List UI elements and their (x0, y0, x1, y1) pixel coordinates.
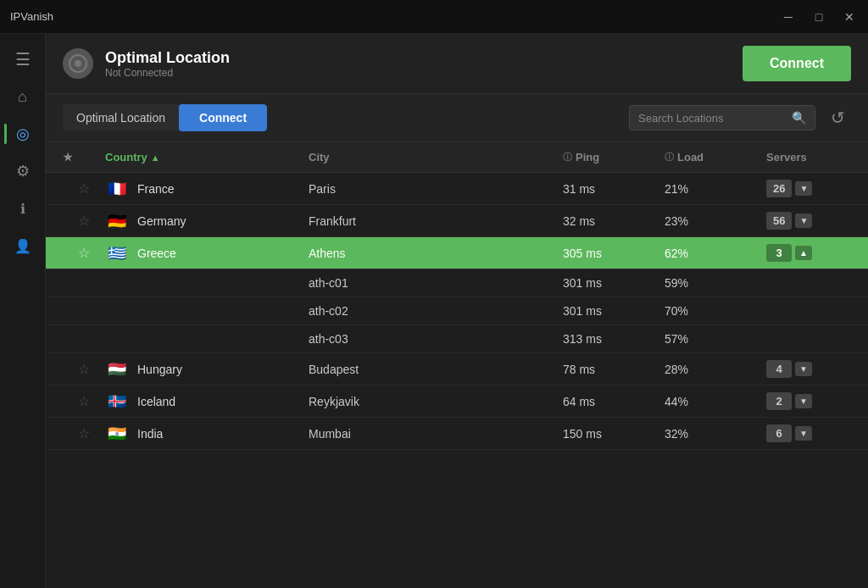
flag-germany: 🇩🇪 (105, 213, 129, 230)
main-content: Optimal Location Not Connected Connect O… (46, 34, 868, 588)
servers-cell: 6 ▼ (766, 424, 851, 442)
server-count: 6 (766, 424, 792, 442)
load-cell: 21% (665, 182, 766, 196)
header-left: Optimal Location Not Connected (63, 48, 230, 79)
star-cell: ☆ (63, 213, 105, 229)
star-cell: ☆ (63, 245, 105, 261)
refresh-button[interactable]: ↺ (824, 104, 851, 131)
server-count: 26 (766, 180, 792, 197)
header-info: Optimal Location Not Connected (105, 49, 230, 79)
country-cell: 🇭🇺 Hungary (105, 361, 309, 378)
servers-cell: 4 ▼ (766, 360, 851, 378)
load-cell: 70% (665, 304, 766, 318)
minimize-button[interactable]: ─ (780, 8, 797, 25)
favorite-button[interactable]: ☆ (78, 425, 90, 441)
favorite-button[interactable]: ☆ (78, 361, 90, 377)
sidebar-item-account[interactable]: 👤 (6, 229, 40, 263)
country-name: Greece (137, 247, 176, 260)
table-row[interactable]: ☆ 🇫🇷 France Paris 31 ms 21% 26 ▼ (46, 173, 868, 205)
th-load: ⓘ Load (665, 151, 766, 164)
expand-button[interactable]: ▼ (795, 181, 812, 196)
table-row[interactable]: ☆ 🇭🇺 Hungary Budapest 78 ms 28% 4 ▼ (46, 353, 868, 386)
load-cell: 32% (665, 427, 766, 441)
servers-cell: 56 ▼ (766, 212, 851, 230)
favorite-button[interactable]: ☆ (78, 245, 90, 261)
country-name: Germany (137, 214, 186, 228)
favorite-button[interactable]: ☆ (78, 180, 90, 197)
table-row-sub[interactable]: ath-c03 313 ms 57% (46, 325, 868, 353)
server-count: 3 (766, 244, 792, 262)
sidebar-item-settings[interactable]: ⚙ (6, 154, 40, 188)
table-row[interactable]: ☆ 🇩🇪 Germany Frankfurt 32 ms 23% 56 ▼ (46, 205, 868, 237)
expand-button[interactable]: ▼ (795, 362, 812, 376)
table-row[interactable]: ☆ 🇮🇸 Iceland Reykjavik 64 ms 44% 2 ▼ (46, 386, 868, 418)
city-cell: Athens (309, 247, 563, 260)
sidebar-item-home[interactable]: ⌂ (6, 80, 40, 114)
close-button[interactable]: ✕ (841, 8, 858, 25)
country-name: India (137, 427, 163, 441)
city-cell: Mumbai (309, 427, 563, 441)
flag-india: 🇮🇳 (105, 425, 129, 442)
country-name: France (137, 182, 175, 196)
sidebar: ☰ ⌂ ◎ ⚙ ℹ 👤 (0, 34, 46, 588)
country-cell: 🇩🇪 Germany (105, 213, 309, 230)
load-info-icon: ⓘ (665, 151, 674, 164)
table-row-sub[interactable]: ath-c02 301 ms 70% (46, 297, 868, 325)
app-title: IPVanish (10, 10, 53, 23)
header-connect-button[interactable]: Connect (743, 46, 851, 81)
favorite-button[interactable]: ☆ (78, 393, 90, 409)
expand-button[interactable]: ▼ (795, 394, 812, 408)
maximize-button[interactable]: □ (810, 8, 827, 25)
server-count: 4 (766, 360, 792, 378)
sidebar-item-info[interactable]: ℹ (6, 191, 40, 225)
ping-cell: 78 ms (563, 363, 665, 376)
ping-info-icon: ⓘ (563, 151, 572, 164)
country-cell: 🇮🇳 India (105, 425, 309, 442)
load-cell: 57% (665, 332, 766, 346)
load-cell: 59% (665, 276, 766, 290)
servers-cell: 26 ▼ (766, 180, 851, 197)
load-cell: 62% (665, 247, 766, 260)
expand-button[interactable]: ▼ (795, 214, 812, 228)
toolbar-connect-button[interactable]: Connect (179, 104, 267, 131)
city-cell: Paris (309, 182, 563, 196)
th-country[interactable]: Country ▲ (105, 151, 309, 164)
load-cell: 28% (665, 363, 766, 376)
flag-france: 🇫🇷 (105, 180, 129, 197)
window-controls: ─ □ ✕ (780, 8, 858, 25)
ping-cell: 150 ms (563, 427, 665, 441)
sidebar-item-menu[interactable]: ☰ (6, 42, 40, 76)
table-row[interactable]: ☆ 🇮🇳 India Mumbai 150 ms 32% 6 ▼ (46, 418, 868, 450)
country-name: Iceland (137, 395, 175, 408)
search-icon: 🔍 (792, 111, 806, 125)
servers-cell: 3 ▲ (766, 244, 851, 262)
toolbar-right: 🔍 ↺ (629, 104, 851, 131)
star-cell: ☆ (63, 393, 105, 409)
country-cell: 🇫🇷 France (105, 180, 309, 197)
table-row-sub[interactable]: ath-c01 301 ms 59% (46, 269, 868, 297)
city-cell: ath-c01 (309, 276, 563, 290)
ping-cell: 301 ms (563, 304, 665, 318)
sidebar-item-location[interactable]: ◎ (6, 117, 40, 151)
th-city: City (309, 151, 563, 164)
server-count: 56 (766, 212, 792, 230)
expand-button[interactable]: ▲ (795, 246, 812, 260)
city-cell: Frankfurt (309, 214, 563, 228)
city-cell: ath-c03 (309, 332, 563, 346)
titlebar: IPVanish ─ □ ✕ (0, 0, 868, 34)
header-title: Optimal Location (105, 49, 230, 67)
table-row-greece[interactable]: ☆ 🇬🇷 Greece Athens 305 ms 62% 3 ▲ (46, 237, 868, 269)
search-input[interactable] (638, 112, 785, 125)
country-cell: 🇮🇸 Iceland (105, 393, 309, 410)
header-bar: Optimal Location Not Connected Connect (46, 34, 868, 94)
ping-cell: 32 ms (563, 214, 665, 228)
city-cell: Budapest (309, 363, 563, 376)
flag-iceland: 🇮🇸 (105, 393, 129, 410)
star-cell: ☆ (63, 425, 105, 441)
expand-button[interactable]: ▼ (795, 426, 812, 441)
sort-arrow-icon: ▲ (151, 153, 160, 163)
favorite-button[interactable]: ☆ (78, 213, 90, 229)
server-count: 2 (766, 392, 792, 410)
city-cell: Reykjavik (309, 395, 563, 408)
app-layout: ☰ ⌂ ◎ ⚙ ℹ 👤 Optimal Location Not Connect… (0, 34, 868, 588)
